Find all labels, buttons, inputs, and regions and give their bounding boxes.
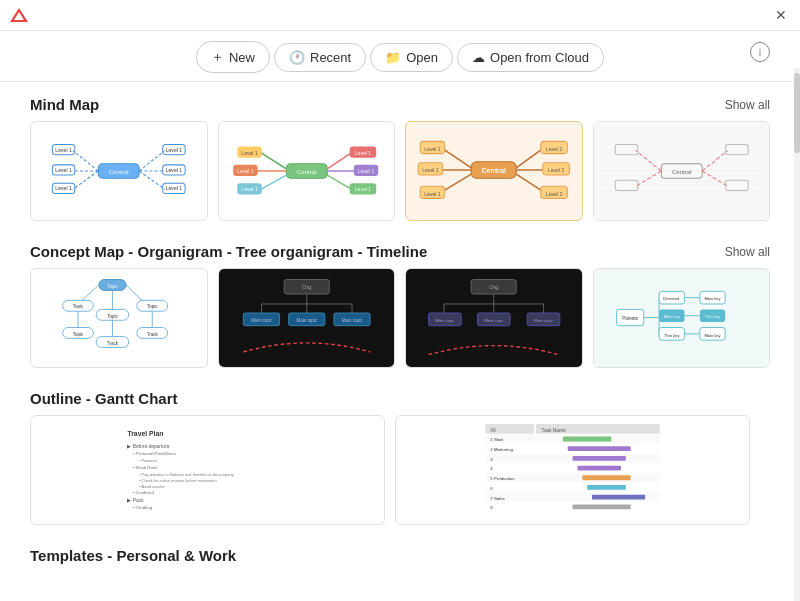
svg-rect-78 xyxy=(725,180,747,190)
template-card[interactable]: Central xyxy=(593,121,771,221)
svg-rect-179 xyxy=(592,495,645,500)
svg-text:Thin key: Thin key xyxy=(704,314,720,319)
svg-text:5 Production: 5 Production xyxy=(490,476,515,481)
recent-label: Recent xyxy=(310,50,351,65)
svg-text:Track: Track xyxy=(147,332,159,337)
open-cloud-label: Open from Cloud xyxy=(490,50,589,65)
svg-text:Task Name: Task Name xyxy=(542,428,566,433)
folder-icon: 📁 xyxy=(385,50,401,65)
svg-rect-168 xyxy=(486,464,660,473)
svg-text:Central: Central xyxy=(671,168,691,175)
svg-text:1 Start: 1 Start xyxy=(490,437,504,442)
svg-text:Org: Org xyxy=(302,284,311,290)
concept-show-all[interactable]: Show all xyxy=(725,245,770,259)
outline-grid: Travel Plan ▶ Before departure • Persona… xyxy=(30,415,770,525)
svg-line-4 xyxy=(73,151,99,171)
svg-text:Parente: Parente xyxy=(622,316,638,321)
svg-rect-176 xyxy=(587,485,626,490)
svg-text:▶ Pack: ▶ Pack xyxy=(127,498,144,503)
svg-text:Travel Plan: Travel Plan xyxy=(127,430,163,437)
template-card[interactable]: Central Level 1 Level 1 Level 1 Level 1 xyxy=(218,121,396,221)
svg-line-59 xyxy=(516,174,543,191)
plus-icon: ＋ xyxy=(211,48,224,66)
svg-text:Level 1: Level 1 xyxy=(241,150,258,156)
template-card[interactable]: Central Level 1 Level 1 Level 1 Level 2 xyxy=(405,121,583,221)
template-card[interactable]: Topic Topic Topic Topic Topic xyxy=(30,268,208,368)
mindmap-section: Mind Map Show all Central Level 1 xyxy=(30,82,770,221)
toolbar: ＋ New 🕐 Recent 📁 Open ☁ Open from Cloud … xyxy=(0,31,800,82)
svg-text:Topic: Topic xyxy=(73,332,84,337)
svg-rect-161 xyxy=(563,437,611,442)
concept-title: Concept Map - Organigram - Tree organigr… xyxy=(30,243,427,260)
svg-line-44 xyxy=(443,149,472,168)
svg-rect-174 xyxy=(486,483,660,492)
svg-line-53 xyxy=(516,149,543,168)
svg-text:Central: Central xyxy=(481,167,506,175)
mindmap-header: Mind Map Show all xyxy=(30,82,770,121)
template-card[interactable]: Org Main topic Main topic Main topic xyxy=(405,268,583,368)
mindmap-show-all[interactable]: Show all xyxy=(725,98,770,112)
svg-text:Org: Org xyxy=(489,284,498,290)
svg-text:Level 1: Level 1 xyxy=(55,167,72,173)
svg-text:Main key: Main key xyxy=(704,296,721,301)
svg-text:Thin key: Thin key xyxy=(664,333,680,338)
concept-grid: Topic Topic Topic Topic Topic xyxy=(30,268,770,368)
template-card[interactable]: Parente Descend. Main key Thin key Main … xyxy=(593,268,771,368)
svg-text:Central: Central xyxy=(296,168,316,175)
svg-rect-74 xyxy=(615,180,637,190)
svg-text:Level 1: Level 1 xyxy=(354,186,371,192)
app-logo xyxy=(10,6,28,28)
title-bar: ✕ xyxy=(0,0,800,31)
svg-text:Level 1: Level 1 xyxy=(424,191,441,197)
svg-text:Topic: Topic xyxy=(73,304,84,309)
svg-text:Level 1: Level 1 xyxy=(166,147,183,153)
new-button[interactable]: ＋ New xyxy=(196,41,270,73)
recent-button[interactable]: 🕐 Recent xyxy=(274,43,366,72)
svg-line-30 xyxy=(260,175,286,189)
svg-text:Level 1: Level 1 xyxy=(241,186,258,192)
svg-text:Main key: Main key xyxy=(704,333,721,338)
info-button[interactable]: i xyxy=(750,42,770,62)
svg-line-10 xyxy=(73,171,99,189)
svg-line-73 xyxy=(635,171,661,186)
svg-text:Main key: Main key xyxy=(663,314,680,319)
svg-text:• Book Hotel: • Book Hotel xyxy=(133,465,157,470)
template-card[interactable]: All Task Name 1 Start 2 Marketing 3 xyxy=(395,415,750,525)
svg-text:All: All xyxy=(490,428,495,433)
outline-title: Outline - Gantt Chart xyxy=(30,390,178,407)
svg-text:Level 1: Level 1 xyxy=(424,146,441,152)
svg-rect-72 xyxy=(615,144,637,154)
close-button[interactable]: ✕ xyxy=(772,6,790,24)
svg-text:• Clothing: • Clothing xyxy=(133,505,152,510)
svg-text:• Personal Pack/Docs: • Personal Pack/Docs xyxy=(133,451,176,456)
svg-text:Topic: Topic xyxy=(107,314,118,319)
outline-header: Outline - Gantt Chart xyxy=(30,376,770,415)
concept-header: Concept Map - Organigram - Tree organigr… xyxy=(30,229,770,268)
personal-section: Templates - Personal & Work xyxy=(30,533,770,572)
mindmap-title: Mind Map xyxy=(30,96,99,113)
svg-text:Level 1: Level 1 xyxy=(237,168,254,174)
svg-line-50 xyxy=(443,174,472,191)
svg-line-24 xyxy=(260,153,286,169)
svg-text:Level 1: Level 1 xyxy=(55,185,72,191)
svg-text:7 Sales: 7 Sales xyxy=(490,496,505,501)
svg-text:Level 1: Level 1 xyxy=(422,167,439,173)
template-card[interactable]: Travel Plan ▶ Before departure • Persona… xyxy=(30,415,385,525)
svg-text:• Pay attention to features an: • Pay attention to features and benefits… xyxy=(139,472,234,477)
clock-icon: 🕐 xyxy=(289,50,305,65)
template-card[interactable]: Org Main topic Main topic Main topic xyxy=(218,268,396,368)
open-button[interactable]: 📁 Open xyxy=(370,43,453,72)
svg-text:Descend.: Descend. xyxy=(663,296,680,301)
svg-text:Central: Central xyxy=(109,168,129,175)
outline-section: Outline - Gantt Chart Travel Plan ▶ Befo… xyxy=(30,376,770,525)
svg-line-19 xyxy=(139,171,165,189)
svg-text:Level 1: Level 1 xyxy=(55,147,72,153)
svg-text:Track: Track xyxy=(107,341,119,346)
open-cloud-button[interactable]: ☁ Open from Cloud xyxy=(457,43,604,72)
template-card[interactable]: Central Level 1 Level 1 Level 1 xyxy=(30,121,208,221)
content-area: Mind Map Show all Central Level 1 xyxy=(0,82,800,588)
svg-rect-182 xyxy=(573,504,631,509)
svg-text:Main topic: Main topic xyxy=(251,318,272,323)
open-label: Open xyxy=(406,50,438,65)
scrollbar-thumb[interactable] xyxy=(794,73,800,153)
